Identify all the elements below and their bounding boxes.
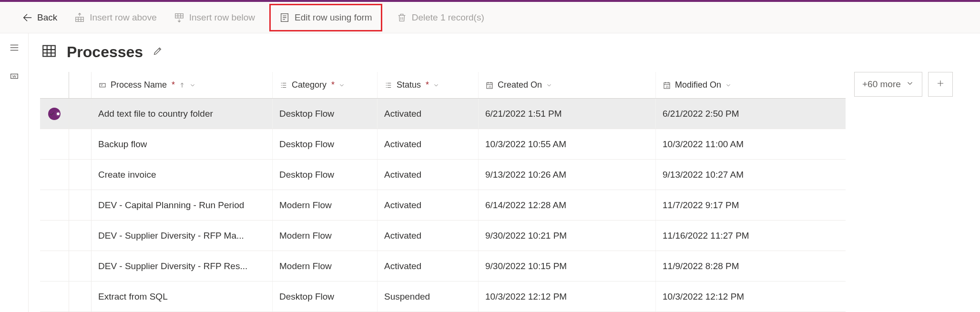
table-row[interactable]: Extract from SQLDesktop FlowSuspended10/…: [40, 282, 846, 312]
row-select[interactable]: [40, 282, 69, 312]
cell-status[interactable]: Activated: [378, 251, 479, 281]
row-select[interactable]: [40, 190, 69, 220]
text-field-icon: [9, 71, 20, 84]
cell-created-on-value: 10/3/2022 10:55 AM: [485, 139, 566, 150]
hamburger-icon: [9, 42, 20, 55]
column-header-created-on[interactable]: 21 Created On: [479, 72, 656, 98]
cell-created-on[interactable]: 9/13/2022 10:26 AM: [479, 160, 656, 190]
cell-process-name-value: Extract from SQL: [98, 292, 168, 302]
cell-modified-on[interactable]: 11/9/2022 8:28 PM: [656, 251, 831, 281]
cell-created-on[interactable]: 6/21/2022 1:51 PM: [479, 99, 656, 129]
cell-status[interactable]: Activated: [378, 129, 479, 159]
cell-category[interactable]: Modern Flow: [273, 251, 378, 281]
add-column-button[interactable]: [928, 72, 953, 97]
svg-rect-3: [10, 74, 18, 78]
cell-process-name-value: Add text file to country folder: [98, 109, 213, 119]
plus-icon: [936, 79, 945, 90]
row-gutter: [69, 282, 92, 312]
row-select[interactable]: [40, 99, 69, 129]
back-button[interactable]: Back: [19, 7, 60, 28]
cell-modified-on[interactable]: 10/3/2022 12:12 PM: [656, 282, 831, 312]
row-select[interactable]: [40, 160, 69, 190]
cell-category[interactable]: Modern Flow: [273, 221, 378, 251]
cell-created-on[interactable]: 10/3/2022 12:12 PM: [479, 282, 656, 312]
column-header-status[interactable]: Status*: [378, 72, 479, 98]
column-label: Modified On: [675, 80, 721, 90]
cell-modified-on[interactable]: 11/16/2022 11:27 PM: [656, 221, 831, 251]
cell-created-on[interactable]: 10/3/2022 10:55 AM: [479, 129, 656, 159]
optionset-type-icon: [384, 81, 393, 90]
edit-title-button[interactable]: [153, 46, 163, 59]
table-row[interactable]: DEV - Supplier Diversity - RFP Ma...Mode…: [40, 221, 846, 251]
row-select[interactable]: [40, 251, 69, 281]
svg-rect-4: [43, 46, 55, 57]
cell-modified-on-value: 11/7/2022 9:17 PM: [663, 200, 739, 211]
grid-header-row: Process Name* Category*: [40, 72, 846, 99]
back-label: Back: [37, 12, 57, 23]
cell-status[interactable]: Suspended: [378, 282, 479, 312]
column-label: Status: [397, 80, 421, 90]
cell-created-on-value: 9/30/2022 10:21 PM: [485, 231, 567, 241]
cell-modified-on-value: 10/3/2022 12:12 PM: [663, 292, 744, 302]
cell-modified-on[interactable]: 9/13/2022 10:27 AM: [656, 160, 831, 190]
page-title: Processes: [67, 43, 143, 61]
cell-process-name[interactable]: Extract from SQL: [92, 282, 273, 312]
rail-menu-button[interactable]: [5, 39, 24, 58]
cell-category-value: Desktop Flow: [279, 109, 334, 119]
cell-process-name-value: DEV - Capital Planning - Run Period: [98, 200, 244, 211]
row-gutter: [69, 251, 92, 281]
cell-status[interactable]: Activated: [378, 190, 479, 220]
row-select[interactable]: [40, 129, 69, 159]
delete-records-button[interactable]: Delete 1 record(s): [394, 7, 487, 28]
cell-created-on[interactable]: 9/30/2022 10:21 PM: [479, 221, 656, 251]
insert-row-below-icon: [174, 12, 184, 23]
cell-category[interactable]: Desktop Flow: [273, 99, 378, 129]
svg-text:21: 21: [666, 85, 669, 88]
cell-process-name[interactable]: DEV - Supplier Diversity - RFP Ma...: [92, 221, 273, 251]
cell-process-name[interactable]: Backup flow: [92, 129, 273, 159]
left-rail: [0, 33, 29, 312]
cell-category[interactable]: Desktop Flow: [273, 282, 378, 312]
column-header-process-name[interactable]: Process Name*: [92, 72, 273, 98]
table-row[interactable]: Create invoiceDesktop FlowActivated9/13/…: [40, 160, 846, 190]
insert-row-below-button[interactable]: Insert row below: [171, 7, 258, 28]
table-row[interactable]: DEV - Supplier Diversity - RFP Res...Mod…: [40, 251, 846, 282]
edit-row-using-form-button[interactable]: Edit row using form: [276, 7, 375, 28]
cell-modified-on[interactable]: 11/7/2022 9:17 PM: [656, 190, 831, 220]
cell-created-on-value: 10/3/2022 12:12 PM: [485, 292, 567, 302]
cell-status-value: Activated: [384, 170, 421, 180]
table-icon: [41, 43, 57, 61]
cell-category[interactable]: Desktop Flow: [273, 129, 378, 159]
header-select-all[interactable]: [40, 72, 69, 98]
cell-modified-on[interactable]: 6/21/2022 2:50 PM: [656, 99, 831, 129]
cell-status[interactable]: Activated: [378, 99, 479, 129]
more-columns-button[interactable]: +60 more: [854, 72, 922, 97]
column-header-category[interactable]: Category*: [273, 72, 378, 98]
command-bar: Back Insert row above Insert row below E…: [0, 2, 980, 33]
cell-created-on[interactable]: 6/14/2022 12:28 AM: [479, 190, 656, 220]
cell-status-value: Activated: [384, 139, 421, 150]
table-row[interactable]: DEV - Capital Planning - Run PeriodModer…: [40, 190, 846, 221]
cell-category-value: Desktop Flow: [279, 292, 334, 302]
cell-status[interactable]: Activated: [378, 160, 479, 190]
chevron-down-icon: [433, 82, 439, 89]
cell-status-value: Activated: [384, 261, 421, 272]
rail-text-button[interactable]: [5, 68, 24, 87]
row-select[interactable]: [40, 221, 69, 251]
table-row[interactable]: Backup flowDesktop FlowActivated10/3/202…: [40, 129, 846, 160]
cell-status[interactable]: Activated: [378, 221, 479, 251]
cell-process-name[interactable]: Create invoice: [92, 160, 273, 190]
cell-category[interactable]: Desktop Flow: [273, 160, 378, 190]
cell-process-name[interactable]: Add text file to country folder: [92, 99, 273, 129]
cell-category[interactable]: Modern Flow: [273, 190, 378, 220]
cell-process-name[interactable]: DEV - Capital Planning - Run Period: [92, 190, 273, 220]
cell-created-on-value: 9/13/2022 10:26 AM: [485, 170, 566, 180]
table-row[interactable]: Add text file to country folderDesktop F…: [40, 99, 846, 129]
cell-modified-on[interactable]: 10/3/2022 11:00 AM: [656, 129, 831, 159]
cell-created-on[interactable]: 9/30/2022 10:15 PM: [479, 251, 656, 281]
data-grid: Process Name* Category*: [40, 72, 846, 312]
cell-created-on-value: 6/14/2022 12:28 AM: [485, 200, 566, 211]
cell-process-name[interactable]: DEV - Supplier Diversity - RFP Res...: [92, 251, 273, 281]
insert-row-above-button[interactable]: Insert row above: [71, 7, 159, 28]
column-header-modified-on[interactable]: 21 Modified On: [656, 72, 831, 98]
